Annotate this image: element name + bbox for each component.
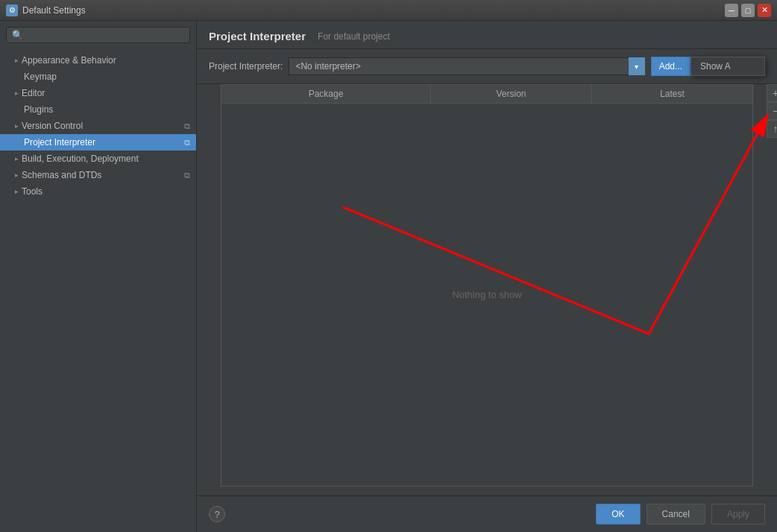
sidebar: 🔍 ▸ Appearance & Behavior Keymap ▸ Edito… — [0, 21, 197, 532]
content-title: Project Interpreter — [209, 30, 306, 42]
main-layout: 🔍 ▸ Appearance & Behavior Keymap ▸ Edito… — [0, 21, 777, 532]
sidebar-item-label: Schemas and DTDs — [22, 170, 101, 180]
chevron-right-icon: ▸ — [15, 155, 19, 162]
ok-button[interactable]: OK — [596, 504, 640, 525]
interpreter-select-wrap: <No interpreter> ▾ — [289, 57, 644, 75]
content-area: Project Interpreter For default project … — [197, 21, 777, 532]
empty-message: Nothing to show — [452, 289, 521, 300]
chevron-right-icon: ▸ — [15, 122, 19, 130]
sidebar-item-label: Build, Execution, Deployment — [22, 153, 139, 164]
sidebar-item-version-control[interactable]: ▸ Version Control ⧉ — [0, 118, 196, 134]
minimize-button[interactable]: ─ — [725, 4, 738, 17]
maximize-button[interactable]: □ — [741, 4, 755, 17]
sidebar-item-plugins[interactable]: Plugins — [0, 101, 196, 118]
copy-icon: ⧉ — [184, 121, 190, 131]
sidebar-item-schemas-dtds[interactable]: ▸ Schemas and DTDs ⧉ — [0, 167, 196, 183]
close-button[interactable]: ✕ — [758, 4, 771, 17]
nav-tree: ▸ Appearance & Behavior Keymap ▸ Editor … — [0, 49, 196, 532]
col-header-version: Version — [431, 85, 592, 103]
bottom-bar: ? OK Cancel Apply — [197, 495, 777, 532]
help-button[interactable]: ? — [209, 506, 225, 522]
remove-package-button[interactable]: − — [767, 102, 777, 120]
col-header-package: Package — [221, 85, 431, 103]
add-dropdown-menu: Show A — [691, 57, 765, 76]
interpreter-actions: Add... Show A — [651, 57, 765, 76]
sidebar-item-label: Plugins — [24, 104, 53, 115]
sidebar-item-label: Tools — [22, 186, 43, 197]
package-table-container: Package Version Latest Nothing to show +… — [209, 84, 765, 487]
apply-button[interactable]: Apply — [711, 504, 765, 525]
sidebar-item-label: Editor — [22, 88, 45, 98]
chevron-right-icon: ▸ — [15, 188, 19, 195]
upgrade-package-button[interactable]: ↑ — [767, 120, 777, 138]
select-arrow-icon[interactable]: ▾ — [629, 57, 645, 75]
add-package-button[interactable]: + — [767, 84, 777, 102]
chevron-right-icon: ▸ — [15, 89, 19, 97]
content-subtitle: For default project — [318, 31, 390, 42]
copy-icon: ⧉ — [184, 171, 190, 180]
cancel-button[interactable]: Cancel — [647, 504, 705, 525]
app-icon: ⚙ — [6, 4, 18, 16]
sidebar-item-project-interpreter[interactable]: Project Interpreter ⧉ — [0, 134, 196, 151]
col-header-latest: Latest — [592, 85, 752, 103]
interpreter-label: Project Interpreter: — [209, 61, 283, 72]
search-box[interactable]: 🔍 — [6, 27, 190, 43]
sidebar-item-tools[interactable]: ▸ Tools — [0, 183, 196, 200]
sidebar-item-build-execution[interactable]: ▸ Build, Execution, Deployment — [0, 151, 196, 167]
title-bar: ⚙ Default Settings ─ □ ✕ — [0, 0, 777, 21]
copy-icon: ⧉ — [184, 138, 190, 148]
content-header: Project Interpreter For default project — [197, 21, 777, 49]
chevron-right-icon: ▸ — [15, 57, 19, 64]
interpreter-select[interactable]: <No interpreter> — [289, 57, 644, 75]
bottom-buttons: OK Cancel Apply — [596, 504, 765, 525]
table-side-buttons: + − ↑ — [767, 84, 777, 138]
title-bar-text: Default Settings — [22, 5, 86, 16]
search-icon: 🔍 — [12, 30, 23, 40]
package-table: Package Version Latest Nothing to show — [221, 84, 753, 487]
sidebar-item-editor[interactable]: ▸ Editor — [0, 85, 196, 101]
sidebar-item-label: Project Interpreter — [24, 137, 95, 148]
add-interpreter-button[interactable]: Add... — [651, 57, 691, 76]
title-bar-left: ⚙ Default Settings — [6, 4, 86, 16]
table-header: Package Version Latest — [221, 85, 752, 104]
search-input[interactable] — [27, 30, 184, 40]
sidebar-item-label: Keymap — [24, 72, 57, 82]
show-all-menu-item[interactable]: Show A — [691, 57, 764, 75]
table-body: Nothing to show — [221, 104, 752, 486]
sidebar-item-keymap[interactable]: Keymap — [0, 69, 196, 85]
title-bar-controls: ─ □ ✕ — [725, 4, 771, 17]
chevron-right-icon: ▸ — [15, 171, 19, 179]
interpreter-row: Project Interpreter: <No interpreter> ▾ … — [197, 49, 777, 84]
sidebar-item-label: Version Control — [22, 121, 83, 131]
sidebar-item-appearance[interactable]: ▸ Appearance & Behavior — [0, 52, 196, 69]
sidebar-item-label: Appearance & Behavior — [22, 55, 116, 66]
